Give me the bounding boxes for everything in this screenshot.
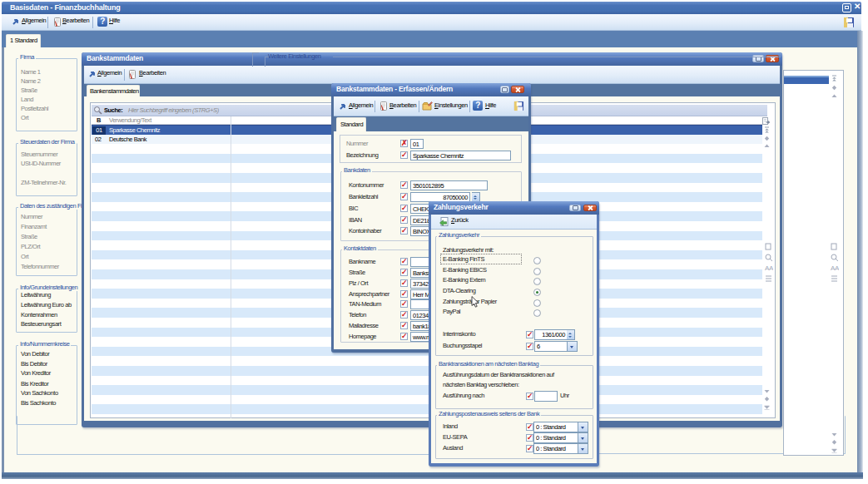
svg-text:AA: AA — [831, 264, 839, 272]
svg-text:AA: AA — [765, 264, 773, 272]
